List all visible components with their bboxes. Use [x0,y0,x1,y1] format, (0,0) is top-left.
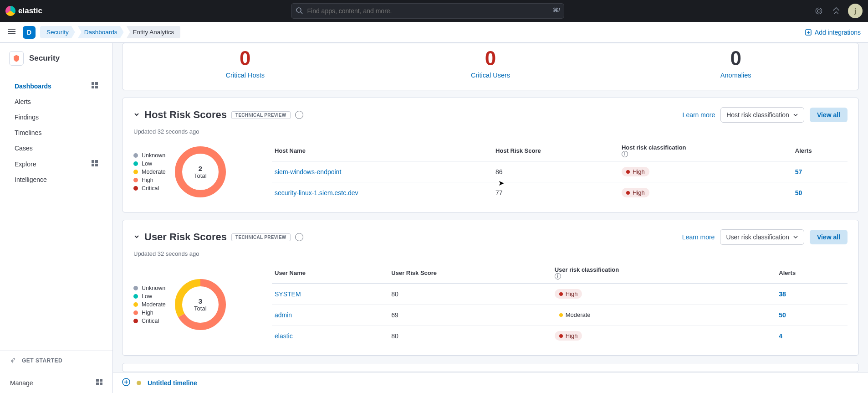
summary-stats-panel: 0 Critical Hosts 0 Critical Users 0 Anom… [122,43,859,90]
table-row: siem-windows-endpoint86High57 [272,161,848,182]
col-user-classif[interactable]: User risk classification i [552,263,776,284]
stat-anomalies[interactable]: 0 Anomalies [613,47,858,79]
space-badge[interactable]: D [23,26,36,39]
alerts-link[interactable]: 50 [795,189,802,196]
stat-critical-hosts[interactable]: 0 Critical Hosts [123,47,368,79]
legend-high[interactable]: High [133,177,166,183]
col-user-alerts[interactable]: Alerts [776,263,848,284]
risk-badge: Moderate [555,310,595,320]
col-host-classif[interactable]: Host risk classification i [619,140,792,161]
newsfeed-icon[interactable] [831,5,842,16]
sidebar-item-explore[interactable]: Explore [9,156,103,171]
entity-link[interactable]: elastic [275,332,293,340]
user-learn-more-link[interactable]: Learn more [682,233,715,241]
alerts-link[interactable]: 57 [795,168,802,176]
user-view-all-button[interactable]: View all [810,230,848,244]
chevron-down-icon[interactable] [133,233,140,241]
search-icon [296,7,303,16]
host-classification-select[interactable]: Host risk classification [720,107,804,123]
legend-high[interactable]: High [133,310,166,316]
legend-critical[interactable]: Critical [133,318,166,324]
get-started-link[interactable]: GET STARTED [10,357,102,364]
breadcrumbs: Security Dashboards Entity Analytics [40,26,183,38]
user-avatar[interactable]: j [848,4,863,18]
search-shortcut-hint: ⌘/ [553,7,560,13]
entity-link[interactable]: siem-windows-endpoint [275,168,341,176]
main-content: 0 Critical Hosts 0 Critical Users 0 Anom… [113,43,868,393]
info-icon[interactable]: i [622,151,628,157]
timeline-bar[interactable]: Untitled timeline [113,372,868,393]
svg-point-0 [296,8,301,12]
elastic-logo-text: elastic [18,6,42,16]
table-row: security-linux-1.siem.estc.dev77High50 [272,182,848,203]
elastic-logo-icon [5,6,15,16]
legend-unknown[interactable]: Unknown [133,152,166,159]
grid-icon[interactable] [96,379,102,387]
technical-preview-badge: TECHNICAL PREVIEW [231,111,291,119]
user-risk-panel: User Risk Scores TECHNICAL PREVIEW i Lea… [122,220,859,356]
manage-link[interactable]: Manage [10,379,33,387]
svg-rect-20 [96,383,99,385]
chevron-down-icon[interactable] [133,111,140,119]
stat-critical-users[interactable]: 0 Critical Users [368,47,613,79]
col-user-name[interactable]: User Name [272,263,388,284]
technical-preview-badge: TECHNICAL PREVIEW [231,233,291,241]
host-risk-panel: Host Risk Scores TECHNICAL PREVIEW i Lea… [122,98,859,212]
risk-badge: High [622,167,649,176]
grid-icon[interactable] [92,160,98,168]
entity-link[interactable]: security-linux-1.siem.estc.dev [275,189,358,196]
assistant-icon[interactable] [813,5,824,16]
timeline-status-dot [137,381,141,385]
host-view-all-button[interactable]: View all [810,108,848,122]
menu-toggle-icon[interactable] [7,27,16,37]
info-icon[interactable]: i [555,273,561,279]
breadcrumb-bar: D Security Dashboards Entity Analytics A… [0,22,868,43]
table-row: admin69Moderate50 [272,305,848,326]
legend-moderate[interactable]: Moderate [133,169,166,175]
sidebar-item-cases[interactable]: Cases [9,141,103,155]
add-integrations-link[interactable]: Add integrations [805,29,861,36]
legend-critical[interactable]: Critical [133,185,166,191]
col-host-score[interactable]: Host Risk Score [493,140,619,161]
legend-low[interactable]: Low [133,293,166,300]
grid-icon[interactable] [92,82,98,90]
breadcrumb-dashboards[interactable]: Dashboards [78,26,124,38]
legend-moderate[interactable]: Moderate [133,301,166,308]
elastic-logo[interactable]: elastic [5,6,42,16]
legend-low[interactable]: Low [133,160,166,167]
svg-line-1 [301,12,302,14]
host-risk-title: Host Risk Scores [144,109,227,121]
col-user-score[interactable]: User Risk Score [388,263,551,284]
host-risk-table: Host Name Host Risk Score Host risk clas… [272,140,848,203]
alerts-link[interactable]: 38 [779,290,786,298]
info-icon[interactable]: i [295,233,303,241]
timeline-title[interactable]: Untitled timeline [148,379,197,387]
entity-link[interactable]: SYSTEM [275,290,301,298]
sidebar-item-timelines[interactable]: Timelines [9,125,103,140]
table-row: elastic80High4 [272,326,848,346]
plus-circle-icon[interactable] [122,378,130,388]
col-host-alerts[interactable]: Alerts [792,140,848,161]
next-panel-peek [122,363,859,372]
sidebar-item-intelligence[interactable]: Intelligence [9,172,103,187]
chevron-down-icon [793,112,798,118]
alerts-link[interactable]: 4 [779,332,782,340]
user-classification-select[interactable]: User risk classification [720,229,804,245]
sidebar-item-findings[interactable]: Findings [9,110,103,124]
entity-link[interactable]: admin [275,311,292,319]
sidebar-item-alerts[interactable]: Alerts [9,94,103,109]
sidebar-item-dashboards[interactable]: Dashboards [9,78,103,93]
host-updated-text: Updated 32 seconds ago [133,128,848,135]
table-row: SYSTEM80High38 [272,284,848,305]
host-learn-more-link[interactable]: Learn more [683,111,715,119]
svg-rect-13 [95,86,98,88]
global-search-input[interactable] [291,3,564,19]
svg-rect-17 [95,164,98,166]
breadcrumb-security[interactable]: Security [40,26,75,38]
alerts-link[interactable]: 50 [779,311,786,319]
legend-unknown[interactable]: Unknown [133,285,166,291]
sidebar-title: Security [29,54,60,63]
col-host-name[interactable]: Host Name [272,140,493,161]
info-icon[interactable]: i [295,111,303,119]
svg-rect-19 [100,379,102,382]
